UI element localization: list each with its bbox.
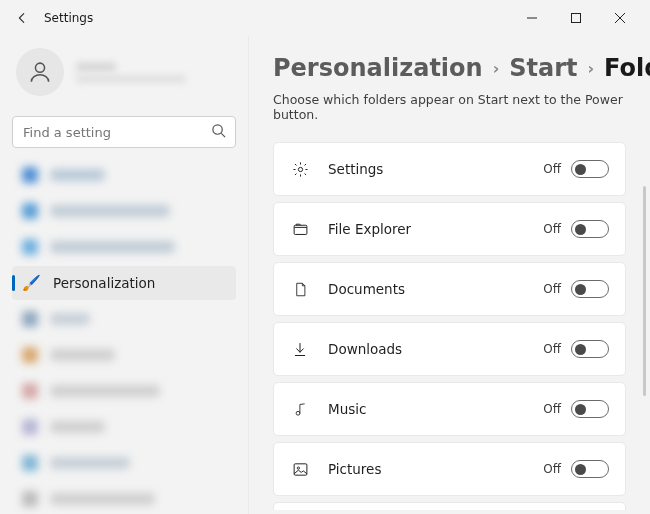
profile-section[interactable] bbox=[12, 44, 236, 110]
card-documents: Documents Off bbox=[273, 262, 626, 316]
svg-point-2 bbox=[35, 63, 44, 72]
svg-rect-8 bbox=[294, 463, 307, 474]
sidebar-item[interactable] bbox=[12, 338, 236, 372]
sidebar-item[interactable] bbox=[12, 374, 236, 408]
toggle-music[interactable] bbox=[571, 400, 609, 418]
card-settings: Settings Off bbox=[273, 142, 626, 196]
sidebar-item-personalization[interactable]: 🖌️ Personalization bbox=[12, 266, 236, 300]
card-pictures: Pictures Off bbox=[273, 442, 626, 496]
breadcrumb-level-1[interactable]: Personalization bbox=[273, 54, 483, 82]
toggle-file-explorer[interactable] bbox=[571, 220, 609, 238]
breadcrumb: Personalization › Start › Folders bbox=[273, 54, 626, 82]
toggle-state: Off bbox=[543, 222, 561, 236]
gear-icon bbox=[290, 161, 310, 178]
titlebar: Settings bbox=[0, 0, 650, 36]
svg-point-3 bbox=[213, 125, 222, 134]
arrow-left-icon bbox=[15, 11, 29, 25]
folder-toggle-list: Settings Off File Explorer Off Documents… bbox=[273, 142, 626, 514]
card-label: Documents bbox=[328, 281, 405, 297]
toggle-state: Off bbox=[543, 462, 561, 476]
sidebar-item-label: Personalization bbox=[53, 275, 155, 291]
svg-point-5 bbox=[298, 167, 302, 171]
sidebar-item[interactable] bbox=[12, 302, 236, 336]
window-controls bbox=[510, 3, 642, 33]
music-icon bbox=[290, 401, 310, 418]
window-title: Settings bbox=[44, 11, 93, 25]
sidebar-item[interactable] bbox=[12, 194, 236, 228]
search-input[interactable] bbox=[12, 116, 236, 148]
sidebar: 🖌️ Personalization bbox=[0, 36, 248, 514]
download-icon bbox=[290, 341, 310, 358]
sidebar-item[interactable] bbox=[12, 230, 236, 264]
maximize-icon bbox=[571, 13, 581, 23]
profile-info bbox=[76, 62, 186, 83]
svg-rect-6 bbox=[294, 225, 307, 234]
card-label: File Explorer bbox=[328, 221, 411, 237]
back-button[interactable] bbox=[8, 4, 36, 32]
toggle-settings[interactable] bbox=[571, 160, 609, 178]
close-button[interactable] bbox=[598, 3, 642, 33]
svg-line-4 bbox=[221, 133, 225, 137]
toggle-downloads[interactable] bbox=[571, 340, 609, 358]
folder-icon bbox=[290, 221, 310, 238]
close-icon bbox=[615, 13, 625, 23]
card-partial bbox=[273, 502, 626, 510]
search-icon bbox=[211, 123, 226, 138]
svg-rect-1 bbox=[572, 14, 581, 23]
card-music: Music Off bbox=[273, 382, 626, 436]
card-label: Music bbox=[328, 401, 366, 417]
sidebar-item[interactable] bbox=[12, 410, 236, 444]
picture-icon bbox=[290, 461, 310, 478]
svg-point-7 bbox=[296, 411, 300, 415]
card-label: Pictures bbox=[328, 461, 381, 477]
toggle-state: Off bbox=[543, 282, 561, 296]
card-file-explorer: File Explorer Off bbox=[273, 202, 626, 256]
brush-icon: 🖌️ bbox=[22, 274, 41, 292]
breadcrumb-level-2[interactable]: Start bbox=[509, 54, 577, 82]
svg-point-9 bbox=[297, 466, 299, 468]
minimize-button[interactable] bbox=[510, 3, 554, 33]
breadcrumb-current: Folders bbox=[604, 54, 650, 82]
avatar bbox=[16, 48, 64, 96]
card-label: Downloads bbox=[328, 341, 402, 357]
sidebar-item[interactable] bbox=[12, 482, 236, 514]
sidebar-item[interactable] bbox=[12, 158, 236, 192]
person-icon bbox=[27, 59, 53, 85]
toggle-pictures[interactable] bbox=[571, 460, 609, 478]
toggle-state: Off bbox=[543, 402, 561, 416]
scrollbar-thumb[interactable] bbox=[643, 186, 646, 396]
card-downloads: Downloads Off bbox=[273, 322, 626, 376]
nav-list: 🖌️ Personalization bbox=[12, 158, 236, 514]
chevron-right-icon: › bbox=[588, 59, 595, 78]
chevron-right-icon: › bbox=[493, 59, 500, 78]
toggle-state: Off bbox=[543, 162, 561, 176]
sidebar-item[interactable] bbox=[12, 446, 236, 480]
maximize-button[interactable] bbox=[554, 3, 598, 33]
search-wrap bbox=[12, 116, 236, 148]
page-subtitle: Choose which folders appear on Start nex… bbox=[273, 92, 626, 122]
minimize-icon bbox=[527, 13, 537, 23]
toggle-state: Off bbox=[543, 342, 561, 356]
document-icon bbox=[290, 281, 310, 298]
toggle-documents[interactable] bbox=[571, 280, 609, 298]
card-label: Settings bbox=[328, 161, 383, 177]
main-content: Personalization › Start › Folders Choose… bbox=[248, 36, 650, 514]
